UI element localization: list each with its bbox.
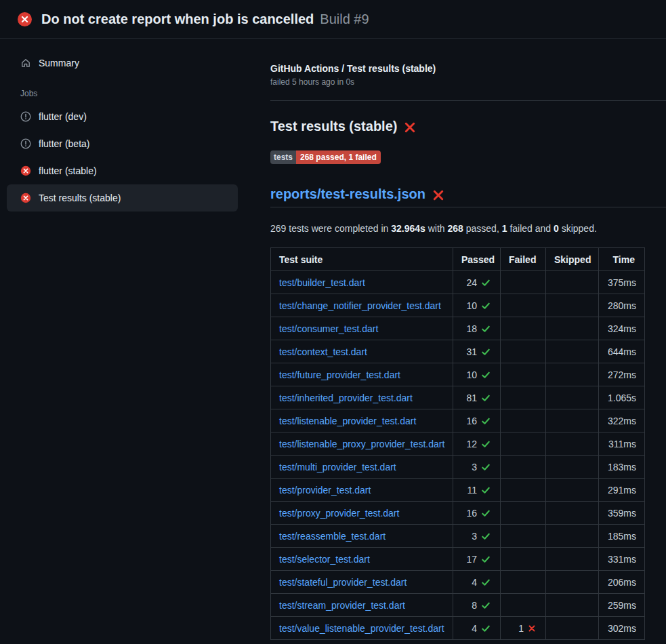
col-header-passed: Passed bbox=[453, 248, 501, 271]
passed-cell: 12 bbox=[453, 432, 501, 456]
passed-count: 31 bbox=[466, 346, 477, 357]
sidebar-item-summary[interactable]: Summary bbox=[7, 49, 238, 77]
time-cell: 311ms bbox=[599, 432, 645, 456]
failed-status-icon bbox=[20, 193, 31, 203]
test-suite-link[interactable]: test/stateful_provider_test.dart bbox=[279, 577, 407, 588]
sidebar-item-flutter-dev[interactable]: flutter (dev) bbox=[7, 103, 238, 130]
table-row: test/future_provider_test.dart 10 272ms bbox=[271, 363, 645, 386]
time-cell: 302ms bbox=[599, 617, 645, 640]
skipped-cell bbox=[546, 386, 599, 409]
test-suite-link[interactable]: test/proxy_provider_test.dart bbox=[279, 508, 399, 519]
passed-cell: 31 bbox=[453, 340, 501, 363]
home-icon bbox=[20, 58, 31, 68]
passed-count: 12 bbox=[466, 439, 477, 449]
skipped-cell bbox=[546, 456, 599, 479]
passed-cell: 10 bbox=[453, 363, 501, 386]
check-icon bbox=[481, 439, 491, 449]
test-suite-link[interactable]: test/change_notifier_provider_test.dart bbox=[279, 300, 441, 311]
jobs-heading: Jobs bbox=[7, 77, 238, 103]
time-cell: 272ms bbox=[599, 363, 645, 386]
check-icon bbox=[481, 462, 491, 472]
table-row: test/change_notifier_provider_test.dart … bbox=[271, 294, 645, 317]
failed-cell bbox=[501, 340, 546, 363]
failed-x-icon bbox=[432, 189, 444, 201]
test-suite-link[interactable]: test/provider_test.dart bbox=[279, 485, 371, 496]
passed-count: 81 bbox=[466, 393, 477, 403]
run-status-line: failed 5 hours ago in 0s bbox=[270, 77, 666, 87]
test-suite-link[interactable]: test/context_test.dart bbox=[279, 346, 367, 357]
failed-cell bbox=[501, 548, 546, 571]
col-header-time: Time bbox=[599, 248, 645, 271]
failed-cell bbox=[501, 571, 546, 594]
time-cell: 322ms bbox=[599, 409, 645, 432]
passed-cell: 24 bbox=[453, 271, 501, 294]
x-icon bbox=[528, 624, 536, 632]
failed-status-icon bbox=[20, 165, 31, 176]
skipped-cell bbox=[546, 317, 599, 340]
suite-cell: test/listenable_proxy_provider_test.dart bbox=[271, 432, 453, 456]
skipped-cell bbox=[546, 479, 599, 502]
test-suite-link[interactable]: test/builder_test.dart bbox=[279, 277, 365, 288]
check-icon bbox=[481, 324, 491, 334]
skipped-cell bbox=[546, 617, 599, 640]
time-cell: 280ms bbox=[599, 294, 645, 317]
divider bbox=[270, 207, 666, 207]
check-icon bbox=[481, 278, 491, 287]
neutral-status-icon bbox=[20, 138, 31, 149]
section-title-text: Test results (stable) bbox=[270, 119, 397, 134]
skipped-cell bbox=[546, 594, 599, 617]
time-cell: 185ms bbox=[599, 525, 645, 548]
job-label: Test results (stable) bbox=[39, 193, 121, 203]
results-table: Test suite Passed Failed Skipped Time te… bbox=[270, 247, 645, 640]
test-suite-link[interactable]: test/future_provider_test.dart bbox=[279, 369, 400, 380]
report-link[interactable]: reports/test-results.json bbox=[270, 186, 425, 202]
test-suite-link[interactable]: test/consumer_test.dart bbox=[279, 323, 378, 334]
skipped-cell bbox=[546, 271, 599, 294]
sidebar-item-flutter-stable[interactable]: flutter (stable) bbox=[7, 157, 238, 184]
report-title: reports/test-results.json bbox=[270, 186, 666, 202]
passed-cell: 18 bbox=[453, 317, 501, 340]
failed-cell bbox=[501, 271, 546, 294]
table-row: test/inherited_provider_test.dart 81 1.0… bbox=[271, 386, 645, 409]
col-header-failed: Failed bbox=[501, 248, 546, 271]
check-icon bbox=[481, 555, 491, 564]
passed-cell: 4 bbox=[453, 617, 501, 640]
test-suite-link[interactable]: test/selector_test.dart bbox=[279, 554, 370, 565]
passed-count: 3 bbox=[472, 531, 477, 542]
sidebar: Summary Jobs flutter (dev) flutter (beta… bbox=[0, 39, 264, 212]
passed-cell: 16 bbox=[453, 409, 501, 432]
summary-sentence: 269 tests were completed in 32.964s with… bbox=[270, 223, 666, 234]
tests-badge: tests 268 passed, 1 failed bbox=[270, 150, 381, 164]
skipped-cell bbox=[546, 548, 599, 571]
passed-count: 10 bbox=[466, 369, 477, 380]
skipped-cell bbox=[546, 363, 599, 386]
test-suite-link[interactable]: test/reassemble_test.dart bbox=[279, 531, 386, 542]
test-suite-link[interactable]: test/multi_provider_test.dart bbox=[279, 462, 396, 472]
check-icon bbox=[481, 370, 491, 380]
sidebar-item-flutter-beta[interactable]: flutter (beta) bbox=[7, 130, 238, 157]
test-suite-link[interactable]: test/listenable_proxy_provider_test.dart bbox=[279, 439, 444, 449]
passed-count: 17 bbox=[466, 554, 477, 565]
skipped-cell bbox=[546, 571, 599, 594]
passed-cell: 8 bbox=[453, 594, 501, 617]
sidebar-item-test-results-stable[interactable]: Test results (stable) bbox=[7, 184, 238, 212]
test-suite-link[interactable]: test/stream_provider_test.dart bbox=[279, 600, 405, 611]
suite-cell: test/builder_test.dart bbox=[271, 271, 453, 294]
passed-count: 3 bbox=[472, 462, 477, 472]
table-row: test/listenable_proxy_provider_test.dart… bbox=[271, 432, 645, 456]
neutral-status-icon bbox=[20, 111, 31, 122]
main-content: GitHub Actions / Test results (stable) f… bbox=[264, 39, 666, 640]
test-suite-link[interactable]: test/value_listenable_provider_test.dart bbox=[279, 623, 444, 634]
suite-cell: test/stream_provider_test.dart bbox=[271, 594, 453, 617]
test-suite-link[interactable]: test/inherited_provider_test.dart bbox=[279, 393, 413, 403]
table-row: test/reassemble_test.dart 3 185ms bbox=[271, 525, 645, 548]
failed-x-icon bbox=[404, 121, 416, 134]
build-number: Build #9 bbox=[320, 12, 369, 27]
passed-cell: 3 bbox=[453, 525, 501, 548]
passed-count: 24 bbox=[466, 277, 477, 288]
test-suite-link[interactable]: test/listenable_provider_test.dart bbox=[279, 416, 416, 426]
failed-cell bbox=[501, 409, 546, 432]
suite-cell: test/context_test.dart bbox=[271, 340, 453, 363]
check-run-header: Do not create report when job is cancell… bbox=[0, 0, 666, 39]
check-icon bbox=[481, 624, 491, 633]
